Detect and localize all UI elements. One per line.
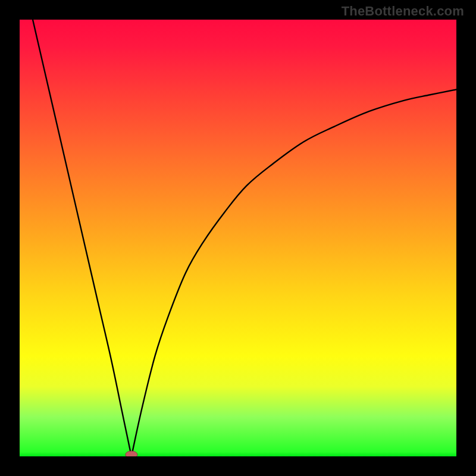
watermark-text: TheBottleneck.com [342, 4, 464, 19]
bottleneck-curve [33, 20, 456, 456]
chart-svg [20, 20, 456, 456]
chart-frame: TheBottleneck.com [0, 0, 476, 476]
plot-area [20, 20, 456, 456]
optimum-marker [126, 451, 137, 456]
